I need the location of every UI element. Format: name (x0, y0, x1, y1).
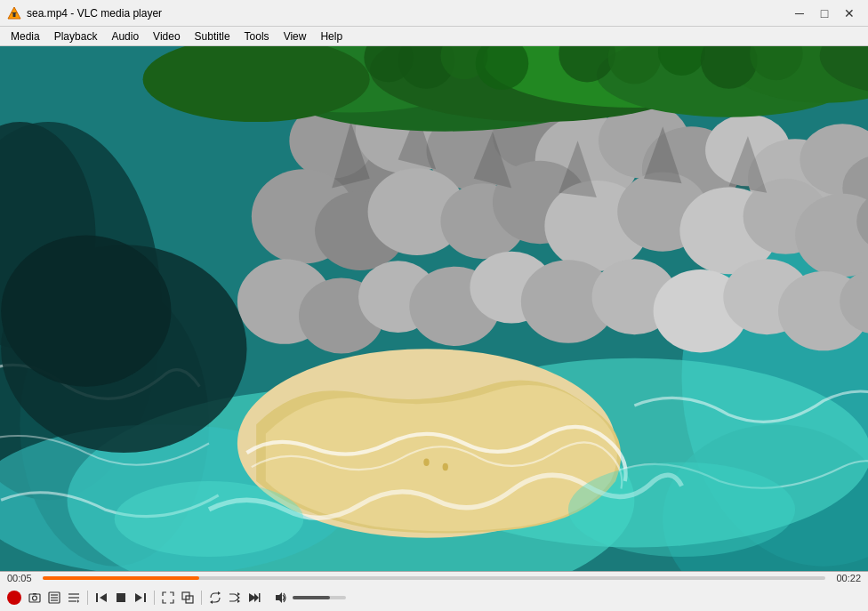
vlc-icon (7, 6, 21, 20)
extend-icon (181, 591, 194, 604)
svg-marker-91 (237, 599, 240, 603)
svg-rect-82 (96, 593, 98, 602)
svg-marker-95 (276, 592, 282, 603)
separator2 (154, 591, 155, 605)
extended-view-button[interactable] (178, 588, 197, 607)
controls-area: 00:05 00:22 (0, 571, 868, 611)
record-button[interactable] (7, 591, 21, 605)
next-button[interactable] (131, 588, 150, 607)
svg-marker-80 (77, 599, 79, 603)
seekbar-fill (43, 576, 199, 580)
time-elapsed: 00:05 (7, 573, 36, 583)
playlist-icon (68, 591, 80, 604)
svg-marker-90 (237, 592, 240, 596)
menu-media[interactable]: Media (4, 27, 47, 46)
svg-marker-81 (100, 593, 107, 602)
svg-point-67 (443, 463, 448, 471)
separator (87, 591, 88, 605)
stop-button[interactable] (111, 588, 131, 607)
svg-rect-70 (29, 594, 40, 602)
menu-help[interactable]: Help (313, 27, 350, 46)
svg-marker-89 (210, 600, 213, 604)
window-title: sea.mp4 - VLC media player (27, 7, 788, 20)
separator3 (201, 591, 202, 605)
extended-settings-button[interactable] (44, 588, 64, 607)
video-display[interactable] (0, 46, 868, 571)
svg-rect-1 (13, 13, 16, 17)
frame-icon (248, 591, 261, 604)
svg-marker-93 (254, 593, 259, 602)
volume-section (271, 588, 346, 607)
seekbar[interactable] (43, 576, 825, 580)
menu-playback[interactable]: Playback (47, 27, 105, 46)
svg-rect-72 (33, 593, 36, 595)
volume-fill (293, 596, 330, 599)
maximize-button[interactable]: □ (813, 4, 836, 22)
svg-rect-83 (117, 593, 125, 602)
svg-marker-88 (218, 591, 221, 595)
window-controls: ─ □ ✕ (788, 4, 861, 22)
previous-button[interactable] (92, 588, 111, 607)
fullscreen-button[interactable] (158, 588, 178, 607)
volume-icon (275, 591, 287, 604)
svg-rect-85 (144, 593, 146, 602)
stop-icon (115, 591, 127, 604)
camera-icon (28, 591, 41, 604)
close-button[interactable]: ✕ (838, 4, 861, 22)
progress-bar-row: 00:05 00:22 (0, 572, 868, 584)
svg-point-69 (568, 462, 795, 557)
svg-point-48 (1, 236, 171, 387)
toggle-playlist-button[interactable] (64, 588, 84, 607)
svg-marker-84 (135, 593, 142, 602)
loop-button[interactable] (205, 588, 225, 607)
shuffle-icon (229, 591, 241, 604)
next-icon (134, 591, 147, 604)
svg-rect-94 (259, 593, 261, 602)
random-button[interactable] (225, 588, 245, 607)
fullscreen-icon (162, 591, 174, 604)
menu-tools[interactable]: Tools (237, 27, 277, 46)
loop-icon (209, 591, 221, 604)
menubar: Media Playback Audio Video Subtitle Tool… (0, 27, 868, 46)
svg-point-71 (33, 596, 37, 600)
previous-icon (95, 591, 108, 604)
volume-button[interactable] (271, 588, 291, 607)
menu-video[interactable]: Video (146, 27, 187, 46)
menu-view[interactable]: View (277, 27, 314, 46)
menu-subtitle[interactable]: Subtitle (188, 27, 237, 46)
titlebar: sea.mp4 - VLC media player ─ □ ✕ (0, 0, 868, 27)
menu-audio[interactable]: Audio (104, 27, 146, 46)
volume-slider[interactable] (293, 596, 346, 599)
frame-button[interactable] (245, 588, 264, 607)
snapshot-button[interactable] (25, 588, 44, 607)
svg-point-66 (423, 458, 429, 466)
transport-row (0, 584, 868, 611)
video-frame (0, 46, 868, 571)
minimize-button[interactable]: ─ (788, 4, 811, 22)
settings-icon (48, 591, 60, 604)
svg-point-68 (115, 481, 304, 557)
time-total: 00:22 (832, 573, 861, 583)
svg-rect-2 (12, 12, 17, 13)
